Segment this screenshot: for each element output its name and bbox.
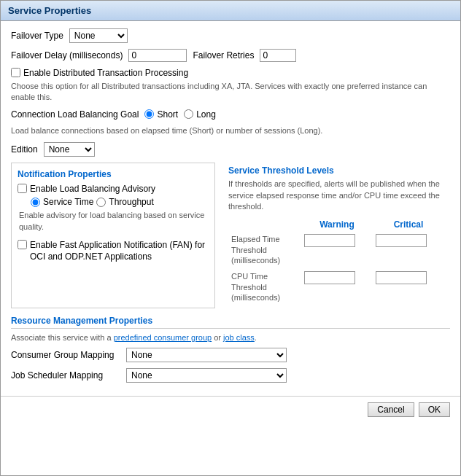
cpu-critical-input[interactable]: [376, 271, 427, 284]
two-panel: Notification Properties Enable Load Bala…: [11, 163, 450, 308]
elapsed-time-row: Elapsed Time Threshold (milliseconds): [228, 231, 444, 268]
service-time-radio[interactable]: [31, 198, 40, 207]
failover-retries-input[interactable]: [260, 49, 296, 62]
elapsed-critical-input[interactable]: [376, 234, 427, 247]
short-radio[interactable]: [144, 109, 154, 119]
enable-distributed-checkbox[interactable]: [11, 68, 20, 77]
failover-delay-row: Failover Delay (milliseconds) Failover R…: [11, 49, 450, 62]
service-throughput-row: Service Time Throughput: [31, 197, 209, 207]
threshold-title: Service Threshold Levels: [228, 165, 444, 176]
resource-section: Resource Management Properties Associate…: [11, 316, 450, 383]
cpu-warning-cell: [301, 268, 373, 305]
elapsed-critical-cell: [373, 231, 444, 268]
enable-distributed-row: Enable Distributed Transaction Processin…: [11, 68, 450, 78]
consumer-group-row: Consumer Group Mapping None: [11, 348, 450, 362]
threshold-desc: If thresholds are specified, alerts will…: [228, 179, 444, 212]
threshold-label-col: [228, 218, 301, 231]
advisory-info: Enable advisory for load balancing based…: [19, 210, 209, 233]
short-label: Short: [157, 109, 178, 120]
ok-button[interactable]: OK: [419, 402, 450, 417]
consumer-group-select[interactable]: None: [126, 348, 287, 362]
cpu-time-row: CPU Time Threshold (milliseconds): [228, 268, 444, 305]
failover-retries-label: Failover Retries: [193, 50, 254, 61]
enable-load-balancing-checkbox[interactable]: [18, 184, 27, 193]
threshold-panel: Service Threshold Levels If thresholds a…: [222, 163, 450, 308]
elapsed-warning-input[interactable]: [304, 234, 355, 247]
notification-title: Notification Properties: [18, 169, 209, 179]
resource-desc-suffix: .: [255, 333, 257, 342]
job-scheduler-select[interactable]: None: [126, 368, 287, 383]
connection-load-row: Connection Load Balancing Goal Short Lon…: [11, 109, 450, 120]
elapsed-time-label: Elapsed Time Threshold (milliseconds): [228, 231, 301, 268]
warning-col-header: Warning: [301, 218, 373, 231]
cpu-time-label: CPU Time Threshold (milliseconds): [228, 268, 301, 305]
cancel-button[interactable]: Cancel: [368, 402, 414, 417]
failover-type-label: Failover Type: [11, 31, 63, 41]
edition-label: Edition: [11, 144, 38, 155]
long-label: Long: [196, 109, 216, 120]
dialog-footer: Cancel OK: [1, 396, 460, 423]
service-time-radio-label[interactable]: Service Time: [31, 197, 93, 207]
cpu-warning-input[interactable]: [304, 271, 355, 284]
resource-desc-prefix: Associate this service with a: [11, 333, 114, 342]
throughput-radio-label[interactable]: Throughput: [96, 197, 153, 207]
dialog-body: Failover Type None SELECT SESSION BASIC …: [1, 21, 460, 396]
enable-load-balancing-label: Enable Load Balancing Advisory: [30, 184, 155, 194]
long-radio-label[interactable]: Long: [184, 109, 216, 120]
elapsed-warning-cell: [301, 231, 373, 268]
notification-panel: Notification Properties Enable Load Bala…: [11, 163, 215, 308]
short-radio-label[interactable]: Short: [144, 109, 178, 120]
failover-type-row: Failover Type None SELECT SESSION BASIC: [11, 28, 450, 43]
threshold-table: Warning Critical Elapsed Time Threshold …: [228, 218, 444, 305]
resource-desc-middle: or: [212, 333, 223, 342]
job-scheduler-row: Job Scheduler Mapping None: [11, 368, 450, 383]
job-class-link[interactable]: job class: [223, 333, 255, 342]
throughput-label: Throughput: [109, 197, 153, 207]
consumer-group-label: Consumer Group Mapping: [11, 350, 120, 360]
cpu-critical-cell: [373, 268, 444, 305]
enable-load-balancing-row: Enable Load Balancing Advisory: [18, 184, 209, 194]
resource-desc: Associate this service with a predefined…: [11, 333, 450, 342]
failover-delay-input[interactable]: [128, 49, 187, 62]
connection-load-label: Connection Load Balancing Goal: [11, 109, 139, 120]
edition-select[interactable]: None: [44, 142, 95, 157]
throughput-radio[interactable]: [96, 198, 106, 207]
job-scheduler-label: Job Scheduler Mapping: [11, 370, 120, 381]
enable-fan-label: Enable Fast Application Notification (FA…: [30, 240, 209, 262]
failover-type-select[interactable]: None SELECT SESSION BASIC: [69, 28, 128, 43]
enable-distributed-label: Enable Distributed Transaction Processin…: [23, 68, 188, 78]
critical-col-header: Critical: [373, 218, 444, 231]
enable-distributed-desc: Choose this option for all Distributed t…: [11, 81, 450, 104]
edition-row: Edition None: [11, 142, 450, 157]
predefined-consumer-group-link[interactable]: predefined consumer group: [114, 333, 212, 342]
resource-title: Resource Management Properties: [11, 316, 450, 329]
dialog-title: Service Properties: [1, 1, 460, 21]
failover-delay-label: Failover Delay (milliseconds): [11, 50, 123, 61]
enable-fan-row: Enable Fast Application Notification (FA…: [18, 240, 209, 262]
long-radio[interactable]: [184, 109, 193, 119]
connection-load-info: Load balance connections based on elapse…: [11, 125, 450, 136]
service-time-label: Service Time: [43, 197, 93, 207]
enable-fan-checkbox[interactable]: [18, 240, 27, 249]
service-properties-dialog: Service Properties Failover Type None SE…: [0, 0, 461, 476]
